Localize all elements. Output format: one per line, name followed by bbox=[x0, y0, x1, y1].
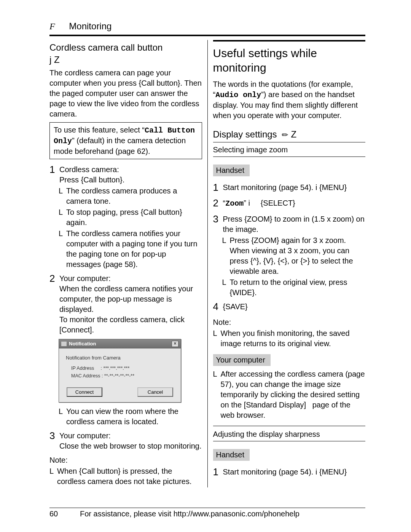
r-step-3: 3 Press {ZOOM} to zoom in (1.5 x zoom) o… bbox=[213, 212, 366, 235]
right-column: Useful settings while monitoring The wor… bbox=[207, 40, 366, 487]
close-icon[interactable]: × bbox=[172, 341, 178, 347]
r-step-2: 2 “Zoom” i {SELECT} bbox=[213, 197, 366, 210]
left-intro: The cordless camera can page your comput… bbox=[49, 68, 202, 119]
note-label: Note: bbox=[49, 455, 202, 465]
step-1: 1 Cordless camera: Press {Call button}. bbox=[49, 163, 202, 185]
feature-note-box: To use this feature, select “Call Button… bbox=[49, 122, 202, 159]
pencil-icon: ✎ bbox=[279, 129, 291, 141]
step-number: 2 bbox=[213, 197, 223, 210]
handset-label: Handset bbox=[213, 165, 250, 176]
r2-step-1: 1 Start monitoring (page 54). i {MENU} bbox=[213, 465, 366, 479]
bullet-item: LThe cordless camera produces a camera t… bbox=[59, 186, 202, 206]
step-number: 3 bbox=[213, 212, 223, 235]
step-number: 4 bbox=[213, 300, 223, 313]
handset-label-2: Handset bbox=[213, 449, 250, 461]
display-settings-heading: Display settings ✎ Z bbox=[213, 128, 366, 141]
connect-button[interactable]: Connect bbox=[67, 387, 102, 397]
note-bullet: LWhen {Call button} is pressed, the cord… bbox=[49, 466, 202, 487]
bullet-item: LThe cordless camera notifies your compu… bbox=[59, 228, 202, 270]
subhead-sharpness: Adjusting the display sharpness bbox=[213, 429, 366, 439]
step-number: 1 bbox=[213, 181, 223, 194]
bullet-item: LTo stop paging, press {Call button} aga… bbox=[59, 207, 202, 228]
step-number: 1 bbox=[49, 163, 59, 185]
right-top-rule bbox=[213, 40, 366, 42]
dialog-titlebar: Notification × bbox=[59, 339, 181, 349]
computer-note: LAfter accessing the cordless camera (pa… bbox=[213, 369, 366, 420]
ip-row: IP Address : ***.***.***.*** bbox=[71, 365, 174, 372]
left-heading: Cordless camera call button j Z bbox=[49, 42, 202, 66]
left-column: Cordless camera call button j Z The cord… bbox=[49, 40, 202, 487]
subhead-zoom: Selecting image zoom bbox=[213, 145, 366, 155]
dialog-button-bar: Connect Cancel bbox=[59, 384, 181, 403]
manual-page: F Monitoring Cordless camera call button… bbox=[0, 0, 411, 532]
cancel-button[interactable]: Cancel bbox=[137, 387, 173, 397]
step-number: 1 bbox=[213, 465, 223, 479]
step-3: 3 Your computer: Close the web browser t… bbox=[49, 429, 202, 451]
step-number: 3 bbox=[49, 429, 59, 451]
page-header: F Monitoring bbox=[49, 21, 365, 32]
page-footer: 60 For assistance, please visit http://w… bbox=[49, 508, 365, 518]
note-label: Note: bbox=[213, 317, 366, 328]
dialog-content: Notification from Camera IP Address : **… bbox=[59, 348, 181, 384]
section-letter: F bbox=[49, 21, 55, 31]
content-columns: Cordless camera call button j Z The cord… bbox=[49, 40, 365, 487]
step-2: 2 Your computer: When the cordless camer… bbox=[49, 272, 202, 335]
subsection-rule bbox=[213, 142, 366, 142]
note-bullet: LWhen you finish monitoring, the saved i… bbox=[213, 328, 366, 349]
r-step-1: 1 Start monitoring (page 54). i {MENU} bbox=[213, 181, 366, 194]
notification-dialog: Notification × Notification from Camera … bbox=[59, 339, 181, 403]
header-rule bbox=[49, 35, 365, 36]
dialog-title: Notification bbox=[69, 341, 96, 347]
step-number: 2 bbox=[49, 272, 59, 335]
dialog-subtitle: Notification from Camera bbox=[66, 355, 174, 361]
computer-label: Your computer bbox=[213, 354, 271, 366]
section-title: Monitoring bbox=[69, 21, 112, 31]
right-heading: Useful settings while monitoring bbox=[213, 46, 366, 75]
right-intro: The words in the quotations (for example… bbox=[213, 79, 366, 121]
dialog-app-icon bbox=[61, 342, 67, 346]
r-step-4: 4 {SAVE} bbox=[213, 300, 366, 313]
subhead-rule bbox=[213, 441, 366, 441]
subhead-rule bbox=[213, 157, 366, 157]
subhead-rule bbox=[213, 426, 366, 426]
mac-row: MAC Address : **-**-**-**-**-** bbox=[71, 373, 174, 379]
bullet-item: LPress {ZOOM} again for 3 x zoom. When v… bbox=[222, 235, 366, 276]
page-number: 60 bbox=[49, 510, 80, 518]
footer-text: For assistance, please visit http://www.… bbox=[80, 510, 299, 518]
bullet-item: LYou can view the room where the cordles… bbox=[59, 406, 202, 427]
bullet-item: LTo return to the original view, press {… bbox=[222, 277, 366, 298]
